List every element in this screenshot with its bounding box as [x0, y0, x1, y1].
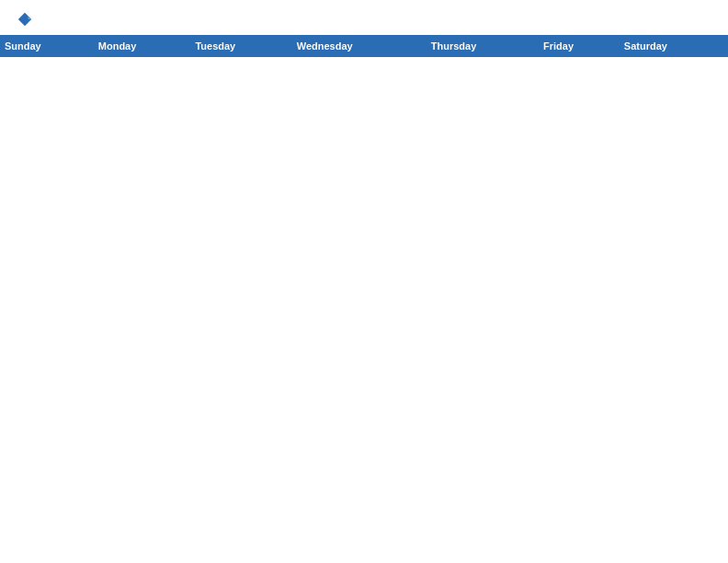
logo-icon	[17, 11, 33, 28]
weekday-header: Monday	[94, 36, 191, 57]
logo	[15, 11, 33, 28]
weekday-header: Thursday	[427, 36, 539, 57]
weekday-header: Sunday	[1, 36, 95, 57]
weekday-header: Saturday	[620, 36, 727, 57]
weekday-header: Friday	[540, 36, 620, 57]
footer	[0, 57, 728, 64]
calendar-header-row: SundayMondayTuesdayWednesdayThursdayFrid…	[1, 36, 728, 57]
calendar-table: SundayMondayTuesdayWednesdayThursdayFrid…	[0, 35, 728, 57]
page-header	[0, 0, 728, 35]
weekday-header: Wednesday	[292, 36, 427, 57]
weekday-header: Tuesday	[191, 36, 292, 57]
